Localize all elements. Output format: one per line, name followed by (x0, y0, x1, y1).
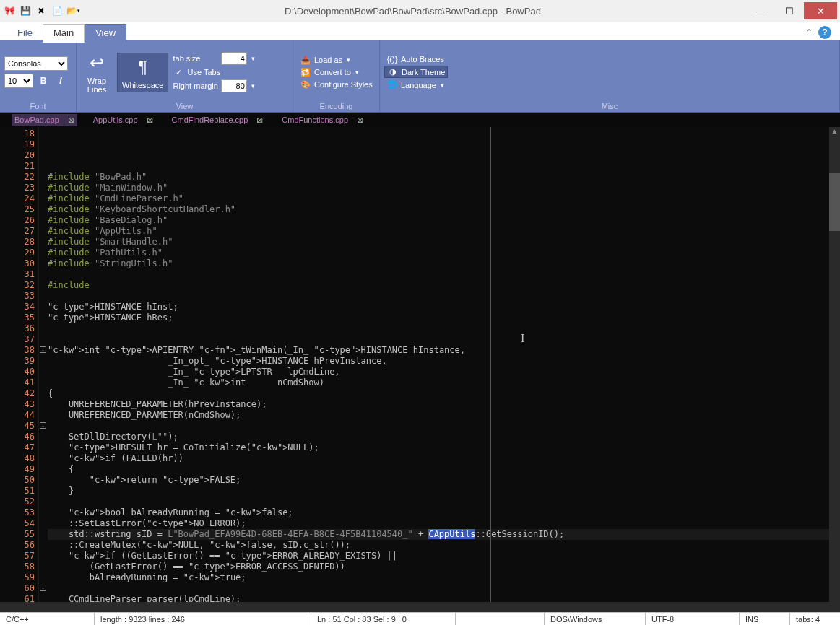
file-tab[interactable]: BowPad.cpp⊠ (12, 114, 77, 126)
right-margin-input[interactable] (221, 79, 247, 92)
code-content[interactable]: I #include "BowPad.h"#include "MainWindo… (38, 127, 829, 602)
right-margin-label: Right margin (173, 82, 217, 90)
right-margin-line (490, 127, 491, 602)
group-label-misc: Misc (384, 101, 835, 111)
menu-tab-strip: File Main View ⌃ ? (0, 22, 840, 40)
save-icon[interactable]: 💾 (19, 4, 32, 17)
ribbon-collapse-icon[interactable]: ⌃ (805, 27, 813, 38)
status-position: Ln : 51 Col : 83 Sel : 9 | 0 (311, 613, 455, 625)
tab-size-input[interactable] (221, 52, 247, 65)
convert-to-button[interactable]: 🔁Convert to▾ (298, 67, 375, 78)
file-tab-label: BowPad.cpp (14, 115, 59, 124)
spinner-icon[interactable]: ▾ (250, 82, 255, 89)
wrap-lines-button[interactable]: ↩ Wrap Lines (81, 49, 113, 96)
file-tab[interactable]: CmdFindReplace.cpp⊠ (169, 114, 267, 126)
use-tabs-label[interactable]: Use Tabs (187, 68, 220, 77)
status-language[interactable]: C/C++ (0, 613, 94, 625)
close-doc-icon[interactable]: ✖ (35, 4, 48, 17)
status-eol[interactable]: DOS\Windows (544, 613, 645, 625)
group-label-encoding: Encoding (298, 101, 375, 111)
status-insert-mode[interactable]: INS (739, 613, 789, 625)
status-tabs: tabs: 4 (789, 613, 840, 625)
group-label-font: Font (4, 101, 72, 111)
braces-icon: {()} (386, 55, 398, 64)
close-tab-icon[interactable]: ⊠ (147, 115, 153, 125)
status-length: length : 9323 lines : 246 (94, 613, 311, 625)
language-button[interactable]: 🌐Language▾ (384, 79, 448, 90)
theme-icon: ◑ (387, 67, 399, 77)
use-tabs-check-icon: ✓ (173, 66, 184, 78)
help-icon[interactable]: ? (818, 26, 831, 39)
scroll-thumb[interactable] (829, 173, 840, 231)
minimize-button[interactable]: — (746, 2, 775, 19)
window-title: D:\Development\BowPad\BowPad\src\BowPad.… (79, 6, 746, 17)
whitespace-icon: ¶ (131, 56, 155, 79)
font-size-select[interactable]: 10 (4, 74, 33, 88)
editor-area[interactable]: 1819202122232425262728293031323334353637… (0, 127, 840, 602)
font-family-select[interactable]: Consolas (4, 56, 68, 71)
close-tab-icon[interactable]: ⊠ (68, 115, 74, 125)
close-window-button[interactable]: ✕ (804, 2, 837, 19)
horizontal-scrollbar[interactable] (0, 602, 840, 612)
language-icon: 🌐 (386, 80, 398, 89)
line-number-gutter: 1819202122232425262728293031323334353637… (0, 127, 38, 602)
vertical-scrollbar[interactable]: ▲ (829, 127, 840, 602)
status-encoding[interactable]: UTF-8 (645, 613, 739, 625)
wrap-lines-icon: ↩ (85, 51, 108, 74)
group-label-view: View (81, 101, 288, 111)
file-tab[interactable]: CmdFunctions.cpp⊠ (279, 114, 366, 126)
scroll-up-icon[interactable]: ▲ (829, 127, 840, 137)
app-icon: 🎀 (3, 4, 16, 17)
auto-braces-button[interactable]: {()}Auto Braces (384, 54, 448, 64)
load-as-button[interactable]: 📥Load as▾ (298, 55, 375, 66)
status-bar: C/C++ length : 9323 lines : 246 Ln : 51 … (0, 612, 840, 625)
file-tab[interactable]: AppUtils.cpp⊠ (90, 114, 156, 126)
whitespace-button[interactable]: ¶ Whitespace (117, 53, 168, 92)
configure-styles-button[interactable]: 🎨Configure Styles (298, 79, 375, 90)
file-tab-strip: BowPad.cpp⊠AppUtils.cpp⊠CmdFindReplace.c… (0, 113, 840, 127)
menu-tab-main[interactable]: Main (43, 24, 85, 43)
dark-theme-button[interactable]: ◑Dark Theme (384, 66, 448, 78)
spinner-icon[interactable]: ▾ (250, 55, 255, 62)
menu-tab-file[interactable]: File (7, 25, 43, 42)
maximize-button[interactable]: ☐ (775, 2, 804, 19)
menu-tab-view[interactable]: View (85, 24, 126, 42)
close-tab-icon[interactable]: ⊠ (357, 115, 363, 125)
open-folder-icon[interactable]: 📂▾ (66, 4, 79, 17)
italic-button[interactable]: I (53, 74, 68, 88)
close-tab-icon[interactable]: ⊠ (256, 115, 263, 125)
file-tab-label: CmdFindReplace.cpp (172, 115, 248, 124)
convert-to-icon: 🔁 (300, 68, 311, 77)
window-titlebar: 🎀 💾 ✖ 📄 📂▾ D:\Development\BowPad\BowPad\… (0, 0, 840, 22)
styles-icon: 🎨 (300, 80, 311, 89)
file-tab-label: AppUtils.cpp (93, 115, 138, 124)
load-as-icon: 📥 (300, 56, 311, 65)
ribbon: Consolas 10 B I Font ↩ Wrap Lines ¶ Whit… (0, 40, 840, 113)
text-cursor-icon: I (521, 333, 524, 344)
bold-button[interactable]: B (36, 74, 51, 88)
new-doc-icon[interactable]: 📄 (51, 4, 64, 17)
tab-size-label: tab size (173, 54, 200, 63)
file-tab-label: CmdFunctions.cpp (282, 115, 348, 124)
